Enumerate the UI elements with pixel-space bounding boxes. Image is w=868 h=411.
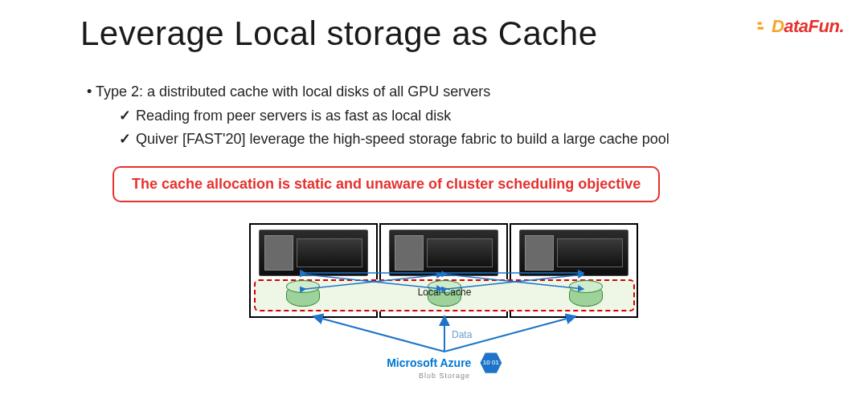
bullet-sub1: Reading from peer servers is as fast as …: [119, 104, 812, 128]
slide: ••••• DataFun. Leverage Local storage as…: [0, 0, 868, 411]
gpu-card-icon: [259, 230, 368, 276]
local-cache-label: Local Cache: [249, 287, 640, 298]
logo-part1: D: [772, 16, 784, 36]
logo-dots-icon: •••••: [757, 21, 763, 31]
azure-title: Microsoft Azure: [387, 356, 471, 369]
callout-box: The cache allocation is static and unawa…: [113, 166, 660, 202]
gpu-card-icon: [519, 230, 628, 276]
azure-blob-storage: Microsoft Azure 10 01 Blob Storage: [249, 352, 640, 380]
bullet-list: Type 2: a distributed cache with local d…: [87, 80, 812, 152]
logo-part2: ataFun.: [784, 16, 844, 36]
svg-line-5: [313, 316, 444, 352]
bullet-sub2: Quiver [FAST'20] leverage the high-speed…: [119, 128, 812, 152]
datafun-logo: ••••• DataFun.: [772, 16, 844, 37]
azure-subtitle: Blob Storage: [249, 372, 640, 380]
architecture-diagram: Local Cache: [249, 223, 643, 384]
azure-hex-icon: 10 01: [480, 352, 502, 374]
gpu-card-icon: [389, 230, 498, 276]
svg-line-7: [444, 316, 575, 352]
slide-title: Leverage Local storage as Cache: [80, 14, 812, 53]
bullet-type2: Type 2: a distributed cache with local d…: [87, 80, 812, 104]
data-arrows-icon: [249, 313, 640, 353]
